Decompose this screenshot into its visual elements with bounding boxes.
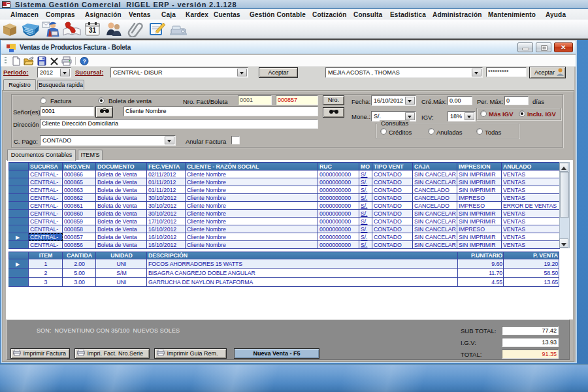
- svg-text:?: ?: [83, 58, 87, 65]
- svg-text:31: 31: [89, 27, 97, 34]
